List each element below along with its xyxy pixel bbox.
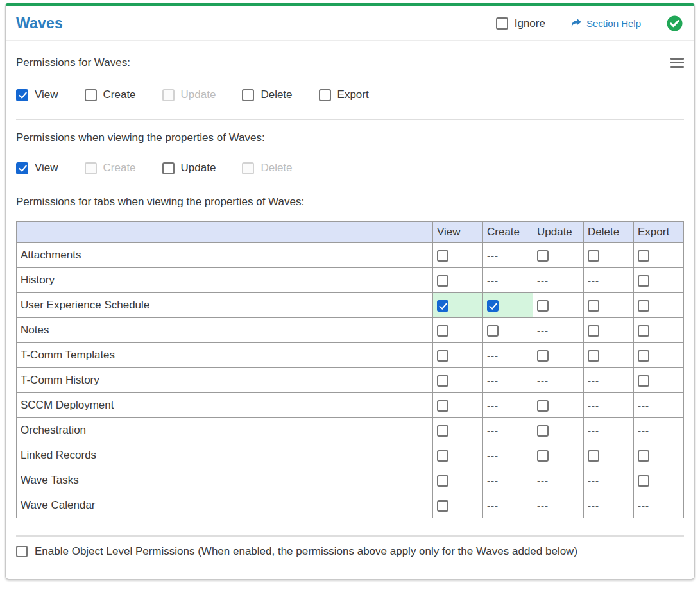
permission-column-header: Create (483, 222, 533, 243)
permission-column-header: Export (634, 222, 684, 243)
permission-cell[interactable] (433, 268, 483, 293)
cell-checkbox[interactable] (588, 450, 599, 462)
permission-cell[interactable] (634, 343, 684, 368)
permission-cell[interactable] (533, 418, 584, 443)
cell-checkbox[interactable] (537, 450, 549, 462)
permission-cell[interactable] (634, 243, 684, 268)
enable-object-level-permissions-checkbox[interactable]: Enable Object Level Permissions (When en… (16, 545, 684, 558)
footer-divider (16, 535, 684, 537)
cell-checkbox[interactable] (437, 500, 448, 512)
checkbox-box[interactable] (16, 162, 28, 174)
checkbox-box[interactable] (319, 89, 331, 101)
cell-checkbox[interactable] (437, 300, 448, 312)
cell-checkbox[interactable] (638, 250, 649, 262)
cell-checkbox[interactable] (638, 300, 649, 312)
permission-update-checkbox[interactable]: Update (162, 162, 216, 174)
permission-cell[interactable] (634, 268, 684, 293)
ignore-checkbox-box[interactable] (496, 17, 508, 30)
cell-checkbox[interactable] (588, 300, 599, 312)
cell-checkbox[interactable] (537, 250, 549, 262)
permission-cell[interactable] (433, 243, 483, 268)
properties-permissions-checkbox-group: ViewCreateUpdateDelete (16, 162, 684, 174)
permission-cell[interactable] (584, 318, 634, 343)
table-row: SCCM Deployment--------- (17, 393, 684, 418)
cell-checkbox[interactable] (437, 250, 448, 262)
permission-cell[interactable] (433, 443, 483, 468)
permission-cell[interactable] (634, 293, 684, 318)
checkbox-label: Delete (260, 88, 292, 101)
cell-checkbox[interactable] (487, 300, 499, 312)
table-row: T-Comm History--------- (17, 368, 684, 393)
section-help-link[interactable]: Section Help (570, 18, 641, 29)
cell-checkbox[interactable] (437, 350, 448, 362)
checkbox-box[interactable] (162, 162, 175, 174)
cell-checkbox[interactable] (638, 325, 649, 337)
cell-checkbox[interactable] (638, 475, 649, 487)
permission-cell[interactable] (483, 318, 533, 343)
checkbox-box[interactable] (16, 89, 28, 101)
cell-checkbox[interactable] (588, 250, 599, 262)
cell-checkbox[interactable] (437, 375, 448, 387)
enable-object-level-permissions-box[interactable] (16, 546, 28, 557)
cell-checkbox[interactable] (588, 325, 599, 337)
permission-cell[interactable] (433, 343, 483, 368)
cell-checkbox[interactable] (537, 400, 549, 412)
permission-cell[interactable] (533, 393, 584, 418)
cell-checkbox[interactable] (437, 425, 448, 437)
cell-checkbox[interactable] (638, 350, 649, 362)
cell-checkbox[interactable] (537, 350, 549, 362)
permission-cell: --- (584, 468, 634, 493)
permission-view-checkbox[interactable]: View (16, 162, 58, 174)
cell-checkbox[interactable] (537, 425, 549, 437)
cell-checkbox[interactable] (638, 275, 649, 287)
permission-delete-checkbox[interactable]: Delete (242, 88, 292, 101)
permission-cell[interactable] (533, 293, 584, 318)
cell-checkbox[interactable] (588, 350, 599, 362)
permission-cell[interactable] (433, 293, 483, 318)
cell-checkbox[interactable] (437, 275, 448, 287)
checkbox-box (242, 162, 254, 174)
permission-cell[interactable] (584, 443, 634, 468)
permission-cell[interactable] (533, 243, 584, 268)
permission-cell[interactable] (433, 493, 483, 518)
tab-name-cell: User Experience Schedule (17, 293, 433, 318)
permission-cell[interactable] (433, 318, 483, 343)
permission-cell[interactable] (433, 468, 483, 493)
permission-cell[interactable] (533, 443, 584, 468)
cell-checkbox[interactable] (487, 325, 499, 337)
cell-checkbox[interactable] (437, 475, 448, 487)
cell-checkbox[interactable] (537, 300, 549, 312)
permission-cell[interactable] (634, 468, 684, 493)
permission-view-checkbox[interactable]: View (16, 88, 58, 101)
menu-icon[interactable] (670, 54, 684, 71)
panel-body: Permissions for Waves: ViewCreateUpdateD… (6, 54, 694, 575)
permission-cell[interactable] (433, 418, 483, 443)
checkbox-box[interactable] (242, 89, 254, 101)
permission-cell[interactable] (634, 318, 684, 343)
permission-cell[interactable] (533, 343, 584, 368)
permission-cell[interactable] (584, 293, 634, 318)
permission-cell[interactable] (584, 343, 634, 368)
permission-create-checkbox[interactable]: Create (85, 88, 136, 101)
checkbox-label: Export (337, 88, 369, 101)
checkbox-label: Delete (260, 162, 292, 174)
permission-export-checkbox[interactable]: Export (319, 88, 369, 101)
tab-name-cell: Notes (17, 318, 433, 343)
permission-cell[interactable] (634, 443, 684, 468)
cell-checkbox[interactable] (437, 450, 448, 462)
table-row: User Experience Schedule (17, 293, 684, 318)
permission-cell[interactable] (433, 393, 483, 418)
ignore-checkbox[interactable]: Ignore (496, 17, 545, 30)
cell-checkbox[interactable] (437, 325, 448, 337)
permission-cell[interactable] (433, 368, 483, 393)
permission-cell[interactable] (634, 368, 684, 393)
checkbox-box (162, 89, 175, 101)
permission-cell[interactable] (483, 293, 533, 318)
permission-cell[interactable] (584, 243, 634, 268)
permission-cell: --- (533, 493, 584, 518)
cell-checkbox[interactable] (638, 450, 649, 462)
cell-checkbox[interactable] (638, 375, 649, 387)
cell-checkbox[interactable] (437, 400, 448, 412)
checkbox-box[interactable] (85, 89, 97, 101)
section-help-arrow-icon (570, 18, 582, 29)
